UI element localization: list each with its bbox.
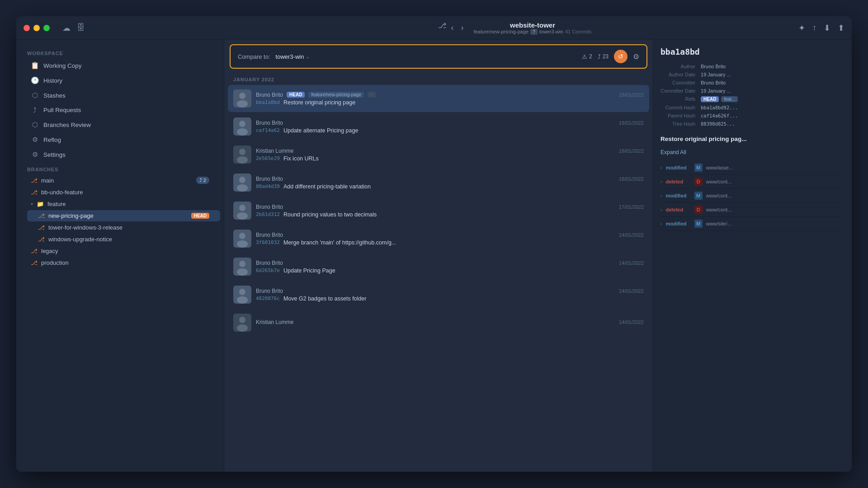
sidebar-item-working-copy[interactable]: 📋 Working Copy [20, 58, 220, 73]
right-panel: bba1a8bd Author Bruno Brito Author Date … [653, 40, 852, 472]
branch-item-new-pricing-page[interactable]: ⎇ new-pricing-page HEAD [27, 210, 220, 221]
change-path: www/asse... [706, 165, 733, 170]
branch-item-tower-windows[interactable]: ⎇ tower-for-windows-3-release [27, 222, 220, 233]
avatar [233, 89, 251, 108]
branch-folder-feature[interactable]: ▾ 📁 feature [20, 198, 220, 210]
change-path: www/site/... [706, 221, 731, 226]
branch-item-legacy[interactable]: ⎇ legacy [20, 245, 220, 257]
sparkle-icon[interactable]: ✦ [798, 23, 805, 33]
warning-stat: ⚠ 2 [582, 53, 592, 60]
commit-row[interactable]: Bruno Brito 17/01/2022 2b61d312 Round pr… [228, 197, 649, 224]
commit-top: Bruno Brito 19/01/2022 [256, 120, 644, 126]
commit-date: 19/01/2022 [619, 148, 644, 154]
avatar [233, 286, 251, 304]
sidebar-item-history[interactable]: 🕐 History [20, 73, 220, 88]
sidebar-item-branches-review[interactable]: ⬡ Branches Review [20, 117, 220, 132]
commit-row[interactable]: Bruno Brito 14/01/2022 3f601032 Merge br… [228, 225, 649, 252]
fullscreen-button[interactable] [43, 25, 50, 31]
commit-row[interactable]: Bruno Brito 19/01/2022 caf14a62 Update a… [228, 113, 649, 140]
svg-point-1 [239, 93, 245, 99]
commit-author: Bruno Brito [256, 232, 283, 238]
sidebar-item-label: Settings [43, 151, 209, 158]
repo-name: website-tower [473, 21, 591, 29]
commit-text: Add different pricing-table variation [283, 183, 371, 190]
repo-branch: feature/new-pricing-page ? tower3-win 41… [473, 29, 591, 35]
commit-hash: caf14a62 [256, 127, 280, 133]
branch-item-main[interactable]: ⎇ main ⤴ 2 [20, 174, 220, 186]
sidebar-item-stashes[interactable]: ⬡ Stashes [20, 88, 220, 103]
commit-row[interactable]: Bruno Brito 14/01/2022 4820876c Move G2 … [228, 281, 649, 308]
commit-info: Bruno Brito HEAD feature/new-pricing-pag… [256, 92, 644, 106]
branch-icon: ⎇ [38, 212, 45, 219]
back-button[interactable]: ‹ [448, 21, 456, 34]
parent-hash-value: caf14a626f... [701, 113, 844, 118]
titlebar-center: ⎇ ‹ › website-tower feature/new-pricing-… [237, 21, 793, 35]
commit-row[interactable]: Kristian Lumme 14/01/2022 [228, 309, 649, 336]
commit-detail-hash: bba1a8bd [660, 47, 844, 56]
commit-info: Kristian Lumme 14/01/2022 [256, 319, 644, 327]
forward-button[interactable]: › [458, 21, 466, 34]
branch-label: bb-undo-feature [41, 189, 209, 196]
sync-button[interactable]: ↺ [614, 50, 627, 63]
working-copy-icon: 📋 [31, 61, 39, 70]
chevron-down-icon: ▾ [31, 202, 33, 206]
share-icon[interactable]: ↑ [812, 23, 816, 33]
change-path: www/cont... [706, 193, 732, 198]
commits-icon: ⤴ [598, 53, 601, 60]
file-change-row[interactable]: › modified M www/asse... [660, 161, 844, 175]
branch-name: feature/new-pricing-page [473, 29, 528, 34]
commit-message: 08ad4d39 Add different pricing-table var… [256, 183, 644, 190]
commit-author: Bruno Brito [256, 92, 283, 98]
commit-hash: bba1a8bd [256, 99, 280, 105]
sidebar: Workspace 📋 Working Copy 🕐 History ⬡ Sta… [16, 40, 224, 472]
commit-row[interactable]: Kristian Lumme 19/01/2022 2e565e29 Fix i… [228, 141, 649, 168]
branches-header: Branches [16, 162, 224, 174]
file-change-row[interactable]: › deleted D www/cont... [660, 203, 844, 217]
commit-message: 6d265b7e Update Pricing Page [256, 267, 644, 274]
commit-top: Kristian Lumme 14/01/2022 [256, 319, 644, 325]
commit-message: caf14a62 Update alternate Pricing page [256, 127, 644, 134]
push-icon[interactable]: ⬆ [838, 23, 844, 33]
commit-row[interactable]: Bruno Brito 18/01/2022 08ad4d39 Add diff… [228, 169, 649, 196]
sidebar-item-pull-requests[interactable]: ⤴ Pull Requests [20, 103, 220, 117]
expand-all-button[interactable]: Expand All [660, 149, 686, 155]
chevron-right-icon: › [660, 193, 662, 198]
commit-text: Move G2 badges to assets folder [283, 296, 366, 302]
commit-date: 19/01/2022 [619, 92, 644, 98]
branch-item-bb-undo[interactable]: ⎇ bb-undo-feature [20, 187, 220, 198]
change-type: modified [666, 221, 691, 226]
branch-icon: ⎇ [31, 189, 38, 196]
svg-point-14 [237, 212, 248, 220]
branch-item-windows-upgrade[interactable]: ⎇ windows-upgrade-notice [27, 234, 220, 245]
commit-top: Bruno Brito 14/01/2022 [256, 232, 644, 238]
commit-date: 14/01/2022 [619, 319, 644, 325]
close-button[interactable] [24, 25, 30, 31]
author-value: Bruno Brito [701, 64, 844, 69]
compare-branch[interactable]: tower3-win ⌄ [276, 53, 310, 60]
commit-message: bba1a8bd Restore original pricing page [256, 99, 644, 106]
refs-key: Refs [660, 96, 695, 102]
file-change-row[interactable]: › deleted D www/cont... [660, 175, 844, 189]
filter-button[interactable]: ⚙ [633, 52, 639, 61]
titlebar-right: ✦ ↑ ⬇ ⬆ [798, 23, 844, 33]
commit-row[interactable]: Bruno Brito HEAD feature/new-pricing-pag… [228, 85, 649, 112]
author-date-key: Author Date [660, 72, 695, 77]
compare-label: Compare to: [238, 53, 270, 60]
minimize-button[interactable] [33, 25, 40, 31]
chevron-right-icon: › [660, 179, 662, 184]
commit-text: Merge branch 'main' of https://github.co… [283, 239, 396, 246]
file-change-row[interactable]: › modified M www/site/... [660, 217, 844, 231]
file-change-row[interactable]: › modified M www/cont... [660, 189, 844, 203]
cloud-icon[interactable]: ☁ [62, 23, 71, 33]
commit-hash: 08ad4d39 [256, 183, 280, 189]
committer-date-value: 19 January ... [701, 88, 844, 94]
commit-row[interactable]: Bruno Brito 14/01/2022 6d265b7e Update P… [228, 253, 649, 280]
commit-hash-value: bba1a8bd92... [701, 105, 844, 110]
storage-icon[interactable]: 🗄 [77, 23, 85, 33]
fetch-icon[interactable]: ⬇ [824, 23, 830, 33]
branch-item-production[interactable]: ⎇ production [20, 257, 220, 268]
commits-stat: ⤴ 23 [598, 53, 609, 60]
commit-text: Fix icon URLs [283, 155, 319, 162]
sidebar-item-settings[interactable]: ⚙ Settings [20, 147, 220, 162]
sidebar-item-reflog[interactable]: ⚙ Reflog [20, 132, 220, 147]
